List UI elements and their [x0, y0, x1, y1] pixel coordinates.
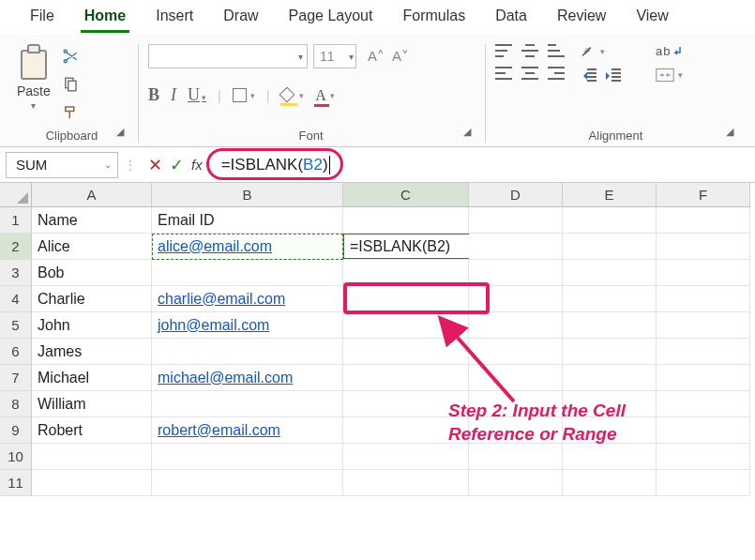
paste-button[interactable]: Paste ▾ [17, 44, 51, 111]
formula-input[interactable]: =ISBLANK(B2) [214, 152, 749, 178]
row-header[interactable]: 11 [0, 470, 32, 496]
cell[interactable] [563, 339, 657, 365]
cell[interactable] [343, 260, 469, 286]
col-header[interactable]: C [343, 183, 469, 207]
cell[interactable]: Robert [32, 417, 152, 444]
align-center-button[interactable] [521, 67, 538, 80]
cell[interactable] [343, 470, 469, 496]
cell[interactable] [32, 470, 152, 496]
row-header[interactable]: 3 [0, 260, 32, 286]
cell[interactable] [657, 260, 750, 286]
accept-formula-button[interactable]: ✓ [170, 155, 184, 175]
cell[interactable] [563, 207, 657, 234]
cell[interactable] [343, 444, 469, 470]
increase-font-button[interactable]: A˄ [368, 48, 385, 65]
cell[interactable] [469, 312, 563, 339]
cell[interactable] [657, 207, 750, 234]
borders-button[interactable]: ▾ [233, 88, 255, 102]
row-header[interactable]: 10 [0, 444, 32, 470]
fill-color-button[interactable]: ▾ [280, 88, 304, 103]
cell[interactable] [469, 207, 563, 234]
cell[interactable] [563, 234, 657, 260]
chevron-down-icon[interactable]: ⌄ [104, 159, 112, 170]
menu-review[interactable]: Review [553, 6, 610, 33]
select-all-corner[interactable] [0, 183, 32, 207]
decrease-indent-button[interactable] [580, 68, 596, 82]
col-header[interactable]: A [32, 183, 152, 207]
cell[interactable]: Charlie [32, 286, 152, 312]
merge-center-button[interactable]: ▾ [656, 68, 683, 83]
cell[interactable]: Name [32, 207, 152, 234]
cell[interactable] [657, 417, 750, 444]
menu-formulas[interactable]: Formulas [399, 6, 469, 33]
row-header[interactable]: 9 [0, 417, 32, 444]
col-header[interactable]: D [469, 183, 563, 207]
font-name-select[interactable]: ▾ [148, 44, 308, 68]
increase-indent-button[interactable] [604, 68, 621, 82]
cell-b2-referenced[interactable]: alice@email.com [152, 234, 343, 260]
cell[interactable] [32, 444, 152, 470]
align-top-button[interactable] [495, 44, 512, 57]
cell[interactable]: Email ID [152, 207, 343, 234]
cell[interactable] [469, 260, 563, 286]
cell[interactable] [563, 260, 657, 286]
menu-home[interactable]: Home [81, 6, 129, 33]
cell[interactable]: Bob [32, 260, 152, 286]
orientation-button[interactable]: ab▾ [580, 44, 621, 59]
col-header[interactable]: B [152, 183, 343, 207]
cell[interactable] [657, 312, 750, 339]
font-size-select[interactable]: 11 ▾ [313, 44, 356, 68]
row-header[interactable]: 7 [0, 365, 32, 391]
row-header[interactable]: 6 [0, 339, 32, 365]
row-header[interactable]: 4 [0, 286, 32, 312]
cancel-formula-button[interactable]: ✕ [148, 155, 162, 175]
cell[interactable]: michael@email.com [152, 365, 343, 391]
align-bottom-button[interactable] [548, 44, 565, 57]
cell[interactable] [563, 365, 657, 391]
cell[interactable] [469, 286, 563, 312]
cell[interactable]: William [32, 391, 152, 417]
cell[interactable] [343, 339, 469, 365]
cell[interactable]: john@email.com [152, 312, 343, 339]
cell[interactable]: robert@email.com [152, 417, 343, 444]
cell[interactable] [343, 365, 469, 391]
cell[interactable] [343, 207, 469, 234]
row-header[interactable]: 2 [0, 234, 32, 260]
cell[interactable] [152, 444, 343, 470]
menu-file[interactable]: File [26, 6, 58, 33]
cell[interactable]: James [32, 339, 152, 365]
cell[interactable]: John [32, 312, 152, 339]
dialog-launcher-icon[interactable]: ◢ [723, 126, 736, 139]
cell[interactable] [657, 444, 750, 470]
cell[interactable] [469, 444, 563, 470]
font-color-button[interactable]: A▾ [315, 87, 335, 104]
name-box[interactable]: SUM ⌄ [6, 152, 118, 178]
email-link[interactable]: charlie@email.com [158, 291, 285, 308]
cell[interactable] [152, 260, 343, 286]
cell[interactable] [657, 286, 750, 312]
cell[interactable] [563, 444, 657, 470]
bold-button[interactable]: B [148, 85, 159, 105]
row-header[interactable]: 5 [0, 312, 32, 339]
chevron-down-icon[interactable]: ▾ [298, 52, 303, 62]
wrap-text-button[interactable]: ab [656, 44, 683, 58]
menu-insert[interactable]: Insert [152, 6, 197, 33]
underline-button[interactable]: U▾ [188, 85, 206, 105]
cell[interactable] [657, 339, 750, 365]
menu-data[interactable]: Data [491, 6, 531, 33]
align-left-button[interactable] [495, 67, 512, 80]
decrease-font-button[interactable]: A˅ [392, 48, 409, 65]
chevron-down-icon[interactable]: ▾ [349, 52, 354, 62]
col-header[interactable]: E [563, 183, 657, 207]
italic-button[interactable]: I [171, 85, 176, 105]
dialog-launcher-icon[interactable]: ◢ [461, 126, 474, 139]
col-header[interactable]: F [657, 183, 750, 207]
cell[interactable]: Alice [32, 234, 152, 260]
chevron-down-icon[interactable]: ▾ [31, 100, 36, 111]
cell[interactable] [469, 470, 563, 496]
cell[interactable] [469, 365, 563, 391]
cell[interactable] [343, 286, 469, 312]
row-header[interactable]: 8 [0, 391, 32, 417]
cell[interactable] [343, 312, 469, 339]
menu-page-layout[interactable]: Page Layout [285, 6, 377, 33]
